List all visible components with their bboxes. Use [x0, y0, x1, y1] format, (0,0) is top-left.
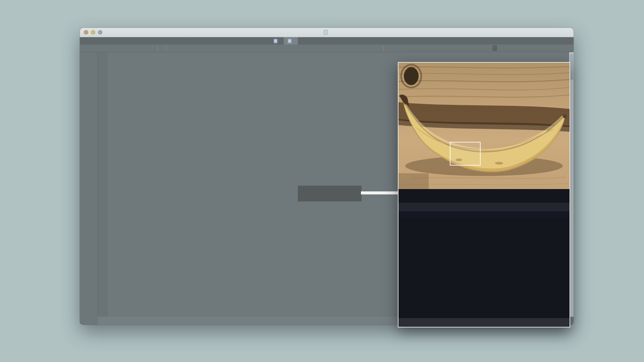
- minimize-window-button[interactable]: [91, 30, 95, 35]
- close-window-button[interactable]: [84, 30, 88, 35]
- toolbar-separator: [383, 46, 384, 51]
- tab-helloworld[interactable]: [270, 37, 284, 45]
- window-title-wrap: [80, 30, 574, 35]
- tab-bar: [80, 37, 574, 45]
- left-icon-toolbar: [80, 52, 98, 325]
- histogram-drag-line: [361, 191, 398, 194]
- banana-camera-image: [398, 63, 570, 189]
- toolbar-separator: [157, 46, 158, 51]
- histogram-drag-overlay: [298, 186, 362, 201]
- histogram-header: [398, 203, 570, 211]
- roi-rectangle[interactable]: [450, 142, 481, 166]
- toolbar-separator: [166, 46, 166, 51]
- tab-strip: [265, 37, 303, 45]
- editor-scrollbar-thumb[interactable]: [570, 53, 573, 80]
- frame-buffer-panel: [398, 62, 570, 327]
- titlebar[interactable]: [80, 28, 574, 37]
- zoom-window-button[interactable]: [98, 30, 102, 35]
- zoom-button[interactable]: [492, 45, 497, 51]
- histogram-channels: [398, 219, 570, 318]
- resolution-roi-info: [398, 211, 570, 219]
- editor-toolbar: [80, 45, 574, 52]
- frame-buffer-image[interactable]: [398, 63, 570, 189]
- document-icon: [324, 30, 328, 35]
- python-file-icon: [274, 39, 277, 43]
- panel-status-bar: [398, 318, 570, 327]
- panel-spacer: [398, 189, 570, 203]
- traffic-lights: [84, 30, 102, 35]
- tab-nicla-vision-test[interactable]: [284, 37, 298, 45]
- line-number-gutter: [98, 52, 108, 317]
- python-file-icon: [288, 39, 291, 43]
